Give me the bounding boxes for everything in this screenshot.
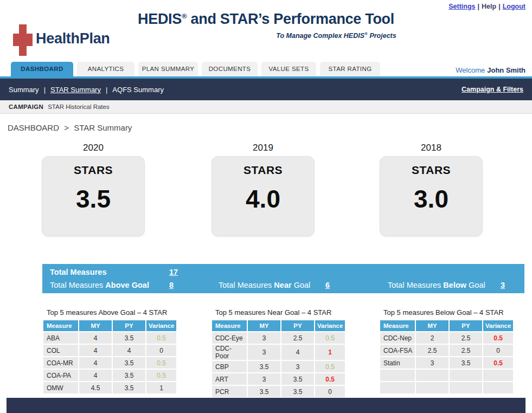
tab-star-rating[interactable]: STAR RATING (320, 62, 380, 76)
help-link[interactable]: Help (482, 3, 496, 10)
breadcrumb-dashboard[interactable]: DASHBOARD (8, 123, 59, 132)
below-goal-table: Measure MY PY Variance CDC-Nep 2 2.5 0.5… (379, 319, 514, 395)
cell-py: 3 (281, 361, 314, 372)
cell-my: 3 (248, 373, 280, 385)
cell-variance: 0.5 (483, 357, 513, 369)
subnav-summary[interactable]: Summary (9, 86, 39, 94)
subnav-aqfs-summary[interactable]: AQFS Summary (112, 86, 164, 94)
campaign-bar: CAMPAIGN STAR Historical Rates (0, 100, 532, 114)
subtitle-text: To Manage Complex HEDIS (276, 32, 364, 40)
label-text: Total Measures (388, 281, 443, 289)
campaign-value: STAR Historical Rates (48, 104, 110, 110)
total-measures-value-link[interactable]: 17 (169, 268, 178, 276)
star-score: 4.0 (212, 184, 314, 214)
cell-variance (483, 370, 513, 381)
cell-py: 3.5 (281, 386, 314, 397)
table-row: CBP 3.5 3 0.5 (212, 361, 345, 372)
logout-link[interactable]: Logout (503, 3, 525, 10)
cell-measure: COL (43, 345, 78, 356)
near-goal-table: Measure MY PY Variance CDC-Eye 3 2.5 0.5… (211, 319, 346, 398)
cell-py: 3.5 (113, 332, 145, 344)
col-header-measure: Measure (380, 320, 415, 331)
total-above-goal-label: Total Measures Above Goal (50, 281, 169, 289)
cell-variance (483, 382, 513, 393)
col-header-measure: Measure (43, 320, 78, 331)
cell-variance: 0 (315, 386, 345, 397)
card-year: 2020 (42, 143, 145, 153)
tab-value-sets[interactable]: VALUE SETS (261, 62, 316, 76)
total-above-goal-value-link[interactable]: 8 (169, 281, 174, 289)
total-measures-bar: Total Measures17 Total Measures Above Go… (42, 264, 524, 293)
settings-link[interactable]: Settings (448, 3, 475, 10)
total-below-goal-value-link[interactable]: 3 (501, 281, 505, 289)
campaign-label: CAMPAIGN (9, 104, 43, 110)
table-row: COL 4 4 0 (43, 345, 176, 356)
secondary-nav: Summary | STAR Summary | AQFS Summary Ca… (0, 79, 532, 100)
col-header-measure: Measure (212, 320, 247, 331)
col-header-my: MY (79, 320, 112, 331)
cell-variance: 0.5 (315, 332, 345, 344)
star-card: STARS 3.0 (380, 156, 483, 236)
cell-measure: ABA (43, 332, 78, 344)
tab-dashboard[interactable]: DASHBOARD (11, 62, 73, 76)
table-row: ABA 4 3.5 0.5 (43, 332, 176, 344)
col-header-py: PY (450, 320, 482, 331)
card-year: 2019 (211, 143, 315, 153)
table-header-row: Measure MY PY Variance (43, 320, 176, 331)
total-measures: Total Measures17 (50, 268, 178, 276)
star-score: 3.5 (42, 184, 144, 214)
table-row: OMW 4.5 3.5 1 (43, 382, 176, 393)
cell-py: 2.5 (281, 332, 314, 344)
subnav-star-summary[interactable]: STAR Summary (50, 86, 101, 94)
label-text: Goal (292, 281, 311, 289)
table-row: CDC-Eye 3 2.5 0.5 (212, 332, 345, 344)
label-bold: Below (443, 281, 466, 289)
table-header-row: Measure MY PY Variance (212, 320, 345, 331)
cell-measure: CDC-Nep (380, 332, 415, 344)
cell-measure: Statin (380, 357, 415, 369)
cell-measure: CBP (212, 361, 247, 372)
above-goal-table: Measure MY PY Variance ABA 4 3.5 0.5 COL… (42, 319, 177, 395)
table-row: CDC-Poor 3 4 1 (212, 345, 345, 360)
table-row: ART 3 3.5 0.5 (212, 373, 345, 385)
col-header-my: MY (416, 320, 448, 331)
star-card-2020: 2020 STARS 3.5 (42, 143, 145, 236)
total-above-goal: Total Measures Above Goal8 (50, 281, 174, 289)
table-row: COA-FSA 2.5 2.5 0 (380, 345, 513, 356)
cell-py: 4 (281, 345, 314, 360)
total-near-goal-value-link[interactable]: 6 (325, 281, 330, 289)
total-measures-label: Total Measures (50, 268, 169, 276)
separator: | (106, 86, 107, 94)
tab-plan-summary[interactable]: PLAN SUMMARY (138, 62, 198, 76)
title-text: and STAR’s Performance Tool (187, 11, 394, 27)
cell-py: 3.5 (113, 382, 145, 393)
col-header-my: MY (248, 320, 280, 331)
cell-py: 3.5 (113, 357, 145, 369)
tab-documents[interactable]: DOCUMENTS (202, 62, 258, 76)
logo-text: HealthPlan (36, 30, 110, 47)
healthplan-cross-icon (13, 24, 33, 58)
star-card: STARS 4.0 (211, 156, 315, 236)
cell-variance: 0.5 (146, 332, 176, 344)
user-name: John Smith (487, 66, 525, 74)
cell-my: 3.5 (248, 386, 280, 397)
cell-py: 2.5 (450, 332, 482, 344)
tab-analytics[interactable]: ANALYTICS (77, 62, 134, 76)
registered-mark: ® (182, 12, 187, 20)
campaign-filters-link[interactable]: Campaign & Filters (462, 86, 523, 93)
cell-variance: 0.5 (146, 370, 176, 381)
subtitle-text: Projects (368, 32, 396, 40)
cell-py: 3.5 (450, 357, 482, 369)
cell-my (416, 370, 448, 381)
cell-measure: COA-MR (43, 357, 78, 369)
cell-my: 2 (416, 332, 448, 344)
cell-py: 3.5 (281, 373, 314, 385)
cell-py (450, 382, 482, 393)
cell-variance: 0.5 (315, 361, 345, 372)
star-card-2019: 2019 STARS 4.0 (211, 143, 315, 236)
cell-measure: COA-PA (43, 370, 78, 381)
welcome-text: WelcomeJohn Smith (456, 66, 525, 74)
star-card-2018: 2018 STARS 3.0 (380, 143, 483, 236)
title-text: HEDIS (138, 11, 182, 27)
card-label: STARS (380, 157, 482, 177)
